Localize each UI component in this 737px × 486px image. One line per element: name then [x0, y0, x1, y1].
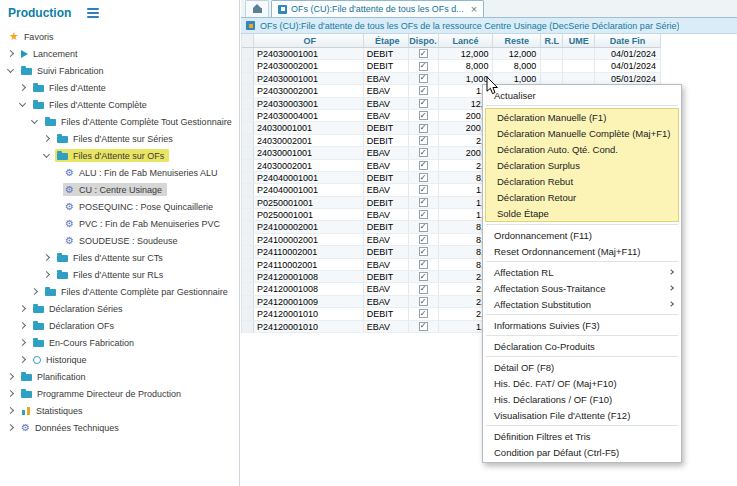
cell-datefin[interactable]: 04/01/2024 [595, 60, 661, 71]
menu-item-visualisation-file-attente[interactable]: Visualisation File d'Attente (F12) [483, 407, 681, 423]
cell-of[interactable]: P24100002001 [254, 234, 364, 245]
cell-of[interactable]: P24120001008 [254, 283, 364, 294]
table-row[interactable]: P24030001001 DEBIT 12,000 12,000 04/01/2… [242, 48, 661, 60]
dispo-checkbox[interactable] [419, 285, 428, 294]
cell-ume[interactable] [563, 48, 595, 59]
cell-etape[interactable]: DEBIT [364, 197, 409, 208]
cell-etape[interactable]: EBAV [364, 184, 409, 195]
chevron-right-icon[interactable] [19, 84, 26, 91]
dispo-checkbox[interactable] [419, 173, 428, 182]
row-selector[interactable] [242, 98, 254, 109]
cell-etape[interactable]: DEBIT [364, 122, 409, 133]
menu-item-affectation-rl[interactable]: Affectation RL [483, 264, 681, 280]
header-etape[interactable]: Étape [364, 34, 409, 47]
cell-datefin[interactable]: 04/01/2024 [595, 48, 661, 59]
chevron-right-icon[interactable] [19, 339, 26, 346]
cell-etape[interactable]: EBAV [364, 209, 409, 220]
header-dispo[interactable]: Dispo. [409, 34, 439, 47]
cell-etape[interactable]: DEBIT [364, 246, 409, 257]
sidebar-item-declaration-series[interactable]: Déclaration Séries [0, 300, 239, 317]
menu-item-solde-etape[interactable]: Solde Étape [486, 205, 678, 221]
header-datefin[interactable]: Date Fin [595, 34, 661, 47]
menu-item-affectation-sous-traitance[interactable]: Affectation Sous-Traitance [483, 280, 681, 296]
chevron-down-icon[interactable] [43, 151, 50, 158]
sidebar-item-files-attente-sur-rls[interactable]: Files d'Attente sur RLs [0, 266, 239, 283]
cell-of[interactable]: P24030003001 [254, 98, 364, 109]
cell-of[interactable]: P24030001001 [254, 48, 364, 59]
cell-reste[interactable]: 12,000 [493, 48, 541, 59]
row-selector[interactable] [242, 184, 254, 195]
menu-item-declaration-retour[interactable]: Déclaration Retour [486, 189, 678, 205]
row-selector[interactable] [242, 259, 254, 270]
sidebar-item-resource-posequinc[interactable]: ⚙POSEQUINC : Pose Quincaillerie [0, 198, 239, 215]
cell-etape[interactable]: EBAV [364, 98, 409, 109]
dispo-checkbox[interactable] [419, 111, 428, 120]
chevron-right-icon[interactable] [19, 322, 26, 329]
dispo-checkbox[interactable] [419, 74, 428, 83]
row-selector[interactable] [242, 283, 254, 294]
cell-etape[interactable]: DEBIT [364, 308, 409, 319]
sidebar-item-resource-soudeuse[interactable]: ⚙SOUDEUSE : Soudeuse [0, 232, 239, 249]
dispo-checkbox[interactable] [419, 136, 428, 145]
row-selector[interactable] [242, 73, 254, 84]
dispo-checkbox[interactable] [419, 185, 428, 194]
menu-item-actualiser[interactable]: Actualiser [483, 87, 681, 103]
dispo-checkbox[interactable] [419, 272, 428, 281]
cell-etape[interactable]: EBAV [364, 259, 409, 270]
cell-etape[interactable]: DEBIT [364, 172, 409, 183]
cell-of[interactable]: P24110002001 [254, 259, 364, 270]
chevron-right-icon[interactable] [7, 373, 14, 380]
menu-item-declaration-manuelle-complete[interactable]: Déclaration Manuelle Complète (Maj+F1) [486, 125, 678, 141]
row-selector[interactable] [242, 209, 254, 220]
row-selector[interactable] [242, 246, 254, 257]
chevron-right-icon[interactable] [43, 135, 50, 142]
cell-of[interactable]: P24030001001 [254, 73, 364, 84]
cell-etape[interactable]: EBAV [364, 283, 409, 294]
sidebar-item-suivi-fabrication[interactable]: Suivi Fabrication [0, 62, 239, 79]
cell-of[interactable]: 24030001001 [254, 122, 364, 133]
row-selector[interactable] [242, 197, 254, 208]
sidebar-item-favoris[interactable]: ★Favoris [0, 28, 239, 45]
menu-item-declaration-manuelle[interactable]: Déclaration Manuelle (F1) [486, 109, 678, 125]
header-ume[interactable]: UME [563, 34, 595, 47]
sidebar-item-lancement[interactable]: Lancement [0, 45, 239, 62]
menu-item-declaration-auto-qte-cond[interactable]: Déclaration Auto. Qté. Cond. [486, 141, 678, 157]
cell-of[interactable]: P0250001001 [254, 209, 364, 220]
cell-etape[interactable]: DEBIT [364, 221, 409, 232]
cell-etape[interactable]: DEBIT [364, 60, 409, 71]
menu-item-his-dec-fat-of[interactable]: His. Déc. FAT/ OF (Maj+F10) [483, 375, 681, 391]
header-lance[interactable]: Lancé [439, 34, 494, 47]
chevron-right-icon[interactable] [7, 424, 14, 431]
chevron-right-icon[interactable] [19, 305, 26, 312]
dispo-checkbox[interactable] [419, 297, 428, 306]
cell-etape[interactable]: EBAV [364, 110, 409, 121]
chevron-right-icon[interactable] [31, 288, 38, 295]
row-selector[interactable] [242, 296, 254, 307]
cell-etape[interactable]: DEBIT [364, 271, 409, 282]
dispo-checkbox[interactable] [419, 99, 428, 108]
sidebar-item-en-cours-fabrication[interactable]: En-Cours Fabrication [0, 334, 239, 351]
cell-of[interactable]: P24120001009 [254, 296, 364, 307]
sidebar-item-fac-tout-gestionnaire[interactable]: Files d'Attente Complète Tout Gestionnai… [0, 113, 239, 130]
menu-item-declaration-rebut[interactable]: Déclaration Rebut [486, 173, 678, 189]
row-selector[interactable] [242, 321, 254, 332]
menu-item-declaration-co-produits[interactable]: Déclaration Co-Produits [483, 338, 681, 354]
cell-lance[interactable]: 1,000 [439, 73, 494, 84]
header-rl[interactable]: R.L [541, 34, 563, 47]
menu-item-definition-filtres-tris[interactable]: Définition Filtres et Tris [483, 428, 681, 444]
row-selector[interactable] [242, 110, 254, 121]
menu-item-informations-suivies[interactable]: Informations Suivies (F3) [483, 317, 681, 333]
cell-of[interactable]: P24030004001 [254, 110, 364, 121]
cell-of[interactable]: P24120001010 [254, 308, 364, 319]
sidebar-item-donnees-techniques[interactable]: ⚙Données Techniques [0, 419, 239, 436]
cell-of[interactable]: P24120001010 [254, 321, 364, 332]
cell-etape[interactable]: EBAV [364, 73, 409, 84]
cell-ume[interactable] [563, 73, 595, 84]
row-selector[interactable] [242, 122, 254, 133]
cell-etape[interactable]: EBAV [364, 85, 409, 96]
sidebar-item-fac-par-gestionnaire[interactable]: Files d'Attente Complète par Gestionnair… [0, 283, 239, 300]
cell-of[interactable]: P24100002001 [254, 221, 364, 232]
chevron-down-icon[interactable] [7, 66, 14, 73]
cell-etape[interactable]: EBAV [364, 321, 409, 332]
row-selector[interactable] [242, 221, 254, 232]
